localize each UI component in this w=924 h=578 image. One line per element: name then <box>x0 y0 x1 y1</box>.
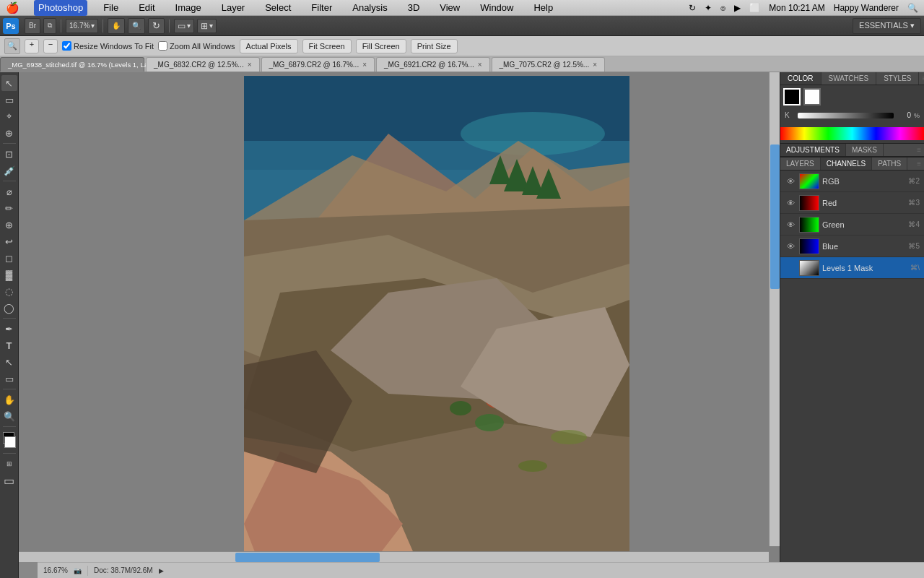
tab-3-close[interactable]: × <box>478 61 482 69</box>
background-color[interactable] <box>4 436 16 448</box>
zoom-in-out-tool[interactable]: 🔍 <box>4 38 20 54</box>
color-panel-gripper[interactable]: ≡ <box>919 72 924 85</box>
channel-green[interactable]: 👁 Green ⌘4 <box>780 214 924 236</box>
menu-photoshop[interactable]: Photoshop <box>34 0 87 16</box>
channel-levels-mask[interactable]: Levels 1 Mask ⌘\ <box>780 257 924 279</box>
dodge-tool[interactable]: ◯ <box>1 300 17 316</box>
menu-3d[interactable]: 3D <box>404 0 424 16</box>
menu-view[interactable]: View <box>435 0 464 16</box>
tab-4[interactable]: _MG_7075.CR2 @ 12.5%... × <box>492 57 606 72</box>
menu-analysis[interactable]: Analysis <box>348 0 391 16</box>
actual-pixels-button[interactable]: Actual Pixels <box>240 39 298 53</box>
history-brush-tool[interactable]: ↩ <box>1 233 17 249</box>
canvas-vertical-scrollbar[interactable] <box>769 72 780 546</box>
marquee-tool[interactable]: ▭ <box>1 92 17 108</box>
blur-tool[interactable]: ◌ <box>1 283 17 299</box>
canvas-area[interactable] <box>19 72 780 562</box>
frame-dropdown[interactable]: ▭ ▾ <box>174 19 194 33</box>
tab-2[interactable]: _MG_6879.CR2 @ 16.7%... × <box>261 57 375 72</box>
move-tool[interactable]: ↖ <box>1 75 17 91</box>
tab-2-close[interactable]: × <box>362 61 367 69</box>
menu-window[interactable]: Window <box>476 0 518 16</box>
menu-select[interactable]: Select <box>261 0 295 16</box>
eraser-tool[interactable]: ◻ <box>1 250 17 266</box>
canvas-horizontal-scrollbar[interactable] <box>19 551 769 562</box>
layers-tab[interactable]: LAYERS <box>780 158 821 170</box>
green-visibility-icon[interactable]: 👁 <box>785 219 796 230</box>
arrange-dropdown[interactable]: ⊞ ▾ <box>197 19 217 33</box>
menu-image[interactable]: Image <box>171 0 206 16</box>
shape-tool[interactable]: ▭ <box>1 371 17 387</box>
mask-visibility-icon[interactable] <box>785 262 796 274</box>
print-size-button[interactable]: Print Size <box>411 39 458 53</box>
brush-tool[interactable]: ✏ <box>1 200 17 216</box>
menu-edit[interactable]: Edit <box>134 0 159 16</box>
hand-tool-btn[interactable]: ✋ <box>108 18 125 34</box>
healing-brush-tool[interactable]: ⌀ <box>1 184 17 199</box>
color-spectrum[interactable] <box>780 127 924 140</box>
blue-visibility-icon[interactable]: 👁 <box>785 241 796 252</box>
zoom-out-btn[interactable]: − <box>43 39 58 53</box>
gradient-tool[interactable]: ▓ <box>1 267 17 282</box>
screen-mode-btn[interactable]: ▭ <box>1 473 17 488</box>
hand-canvas-tool[interactable]: ✋ <box>1 392 17 407</box>
clone-stamp-tool[interactable]: ⊕ <box>1 217 17 233</box>
quick-mask-btn[interactable]: ⊞ <box>1 456 17 472</box>
channel-rgb[interactable]: 👁 RGB ⌘2 <box>780 171 924 192</box>
tab-4-close[interactable]: × <box>593 61 597 69</box>
eyedropper-tool[interactable]: 💉 <box>1 163 17 178</box>
tab-0[interactable]: _MG_6938_stitched.tif @ 16.7% (Levels 1,… <box>0 57 144 72</box>
k-slider[interactable] <box>798 113 894 118</box>
resize-windows-checkbox[interactable]: Resize Windows To Fit <box>62 41 154 51</box>
essentials-button[interactable]: ESSENTIALS ▾ <box>853 18 921 34</box>
bridge-button[interactable]: Br <box>25 18 40 34</box>
menu-layer[interactable]: Layer <box>217 0 250 16</box>
statusbar-icon[interactable]: 📷 <box>74 567 82 574</box>
adj-panel-gripper[interactable]: ≡ <box>914 144 924 156</box>
path-selection-tool[interactable]: ↖ <box>1 354 17 370</box>
menu-filter[interactable]: Filter <box>307 0 336 16</box>
background-swatch[interactable] <box>803 88 821 105</box>
channels-tab[interactable]: CHANNELS <box>821 158 872 170</box>
channels-panel-gripper[interactable]: ≡ <box>914 158 924 170</box>
crop-tool[interactable]: ⊡ <box>1 146 17 162</box>
pen-tool[interactable]: ✒ <box>1 321 17 337</box>
rgb-visibility-icon[interactable]: 👁 <box>785 176 796 187</box>
channels-panel-tabs: LAYERS CHANNELS PATHS ≡ <box>780 158 924 171</box>
tab-1-close[interactable]: × <box>248 61 252 69</box>
menu-help[interactable]: Help <box>529 0 557 16</box>
statusbar-arrow[interactable]: ▶ <box>159 567 164 574</box>
tab-1[interactable]: _MG_6832.CR2 @ 12.5%... × <box>146 57 260 72</box>
zoom-dropdown[interactable]: 16.7% ▾ <box>66 19 98 33</box>
zoom-canvas-tool[interactable]: 🔍 <box>1 408 17 424</box>
foreground-background-swatch[interactable] <box>1 432 17 448</box>
masks-tab[interactable]: MASKS <box>846 144 884 156</box>
fit-screen-button[interactable]: Fit Screen <box>302 39 352 53</box>
adjustments-tab[interactable]: ADJUSTMENTS <box>780 144 846 156</box>
zoom-tool-btn[interactable]: 🔍 <box>128 18 145 34</box>
rotate-tool-btn[interactable]: ↻ <box>148 18 165 34</box>
user-name[interactable]: Happy Wanderer <box>834 3 899 13</box>
channel-red[interactable]: 👁 Red ⌘3 <box>780 192 924 214</box>
quick-select-tool[interactable]: ⊕ <box>1 125 17 141</box>
menu-file[interactable]: File <box>99 0 123 16</box>
fill-screen-button[interactable]: Fill Screen <box>356 39 406 53</box>
color-tab[interactable]: COLOR <box>780 72 821 85</box>
swatches-tab[interactable]: SWATCHES <box>821 72 877 85</box>
vscroll-thumb[interactable] <box>770 144 780 289</box>
channel-blue[interactable]: 👁 Blue ⌘5 <box>780 236 924 257</box>
document-info: Doc: 38.7M/92.6M <box>94 566 153 574</box>
mini-bridge-button[interactable]: ⧉ <box>43 18 56 34</box>
search-icon[interactable]: 🔍 <box>907 3 918 13</box>
text-tool[interactable]: T <box>1 337 17 353</box>
paths-tab[interactable]: PATHS <box>872 158 907 170</box>
tab-3[interactable]: _MG_6921.CR2 @ 16.7%... × <box>376 57 490 72</box>
lasso-tool[interactable]: ⌖ <box>1 108 17 124</box>
zoom-all-windows-checkbox[interactable]: Zoom All Windows <box>158 41 235 51</box>
zoom-in-btn[interactable]: + <box>25 39 39 53</box>
styles-tab[interactable]: STYLES <box>876 72 919 85</box>
apple-menu[interactable]: 🍎 <box>6 1 19 14</box>
hscroll-thumb[interactable] <box>235 553 380 562</box>
foreground-swatch[interactable] <box>783 88 801 105</box>
red-visibility-icon[interactable]: 👁 <box>785 197 796 209</box>
